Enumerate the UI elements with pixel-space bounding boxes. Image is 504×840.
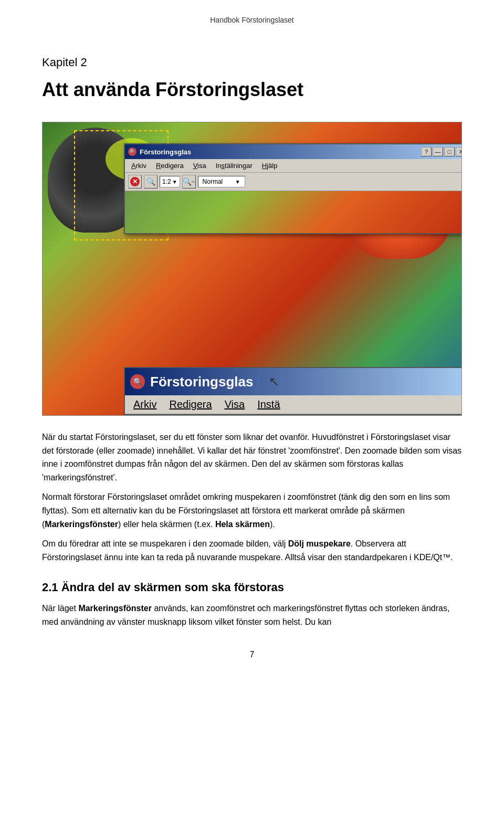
page-container: Handbok Förstoringslaset Kapitel 2 Att a… bbox=[0, 0, 504, 840]
stop-button[interactable]: ✕ bbox=[128, 175, 142, 188]
paragraph-4-area: När läget Markeringsfönster används, kan… bbox=[42, 602, 462, 628]
chapter-title: Att använda Förstoringslaset bbox=[42, 79, 462, 101]
minimize-button[interactable]: — bbox=[433, 147, 443, 156]
page-header: Handbok Förstoringslaset bbox=[42, 16, 462, 24]
paragraph-2: Normalt förstorar Förstoringslaset områd… bbox=[42, 490, 462, 531]
zoom-ratio-select[interactable]: 1:2 ▼ bbox=[160, 176, 180, 187]
zoomed-menubar: Arkiv Redigera Visa Instä bbox=[125, 395, 462, 414]
window-content-area bbox=[125, 191, 462, 233]
view-mode-select[interactable]: Normal ▼ bbox=[198, 176, 245, 187]
screenshot-image: 🔍 Förstoringsglas ? — □ ✕ Arkiv Redigera… bbox=[42, 122, 462, 416]
page-number: 7 bbox=[42, 650, 462, 659]
zoomed-menu-insta[interactable]: Instä bbox=[252, 397, 285, 412]
zoomed-menu-visa[interactable]: Visa bbox=[219, 397, 250, 412]
zoomed-menu-redigera[interactable]: Redigera bbox=[164, 397, 217, 412]
header-title: Handbok Förstoringslaset bbox=[210, 16, 294, 24]
paragraph-4: När läget Markeringsfönster används, kan… bbox=[42, 602, 462, 628]
window-menubar: Arkiv Redigera Visa Inställningar Hjälp bbox=[125, 159, 462, 173]
paragraph-1: När du startat Förstoringslaset, ser du … bbox=[42, 430, 462, 484]
zoomed-app-icon: 🔍 bbox=[130, 374, 145, 389]
zoomed-menu-arkiv[interactable]: Arkiv bbox=[128, 397, 162, 412]
menu-arkiv[interactable]: Arkiv bbox=[127, 160, 151, 171]
zoomed-titlebar: 🔍 Förstoringsglas ↖ bbox=[125, 368, 462, 395]
zoomed-window: 🔍 Förstoringsglas ↖ Arkiv Redigera Visa … bbox=[124, 367, 462, 415]
body-text-area: När du startat Förstoringslaset, ser du … bbox=[42, 430, 462, 564]
app-icon-small: 🔍 bbox=[128, 148, 136, 156]
view-mode-value: Normal bbox=[203, 178, 223, 185]
menu-hjalp[interactable]: Hjälp bbox=[258, 160, 282, 171]
zoom-out-button[interactable]: 🔍− bbox=[182, 175, 196, 188]
stop-icon: ✕ bbox=[130, 177, 140, 186]
app-window-small: 🔍 Förstoringsglas ? — □ ✕ Arkiv Redigera… bbox=[124, 143, 462, 234]
zoom-dropdown-arrow: ▼ bbox=[172, 179, 177, 185]
menu-redigera[interactable]: Redigera bbox=[152, 160, 188, 171]
zoom-out-icon: 🔍 bbox=[183, 177, 192, 186]
cursor-indicator: ↖ bbox=[269, 374, 279, 389]
help-button[interactable]: ? bbox=[421, 147, 432, 156]
zoom-in-button[interactable]: 🔍 bbox=[144, 175, 158, 188]
window-title-left: 🔍 Förstoringsglas bbox=[128, 148, 191, 156]
section-number: 2.1 bbox=[42, 581, 58, 594]
zoomed-title-text: Förstoringsglas bbox=[150, 374, 253, 390]
paragraph-3: Om du föredrar att inte se muspekaren i … bbox=[42, 537, 462, 564]
view-mode-arrow: ▼ bbox=[235, 179, 240, 185]
zoom-ratio-value: 1:2 bbox=[162, 178, 171, 185]
window-toolbar: ✕ 🔍 1:2 ▼ 🔍− Normal ▼ bbox=[125, 173, 462, 191]
cursor-arrow-icon: ↖ bbox=[269, 374, 279, 388]
maximize-button[interactable]: □ bbox=[444, 147, 455, 156]
menu-installningar[interactable]: Inställningar bbox=[212, 160, 257, 171]
menu-visa[interactable]: Visa bbox=[189, 160, 211, 171]
window-controls: ? — □ ✕ bbox=[421, 147, 462, 156]
window-titlebar: 🔍 Förstoringsglas ? — □ ✕ bbox=[125, 144, 462, 159]
close-button[interactable]: ✕ bbox=[456, 147, 462, 156]
zoom-in-icon: 🔍 bbox=[146, 177, 155, 186]
window-title-text: Förstoringsglas bbox=[140, 148, 191, 156]
section-heading-2-1: 2.1 Ändra del av skärmen som ska förstor… bbox=[42, 581, 462, 594]
chapter-label: Kapitel 2 bbox=[42, 56, 462, 69]
